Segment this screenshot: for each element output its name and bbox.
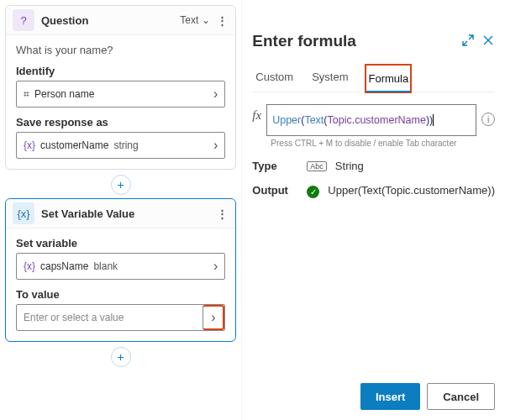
question-node[interactable]: ? Question Text ⌄ ⋮ What is your name? I…: [5, 5, 236, 170]
formula-token: customerName: [355, 113, 426, 128]
to-value-expand-button[interactable]: ›: [203, 305, 224, 330]
insert-button[interactable]: Insert: [360, 383, 420, 410]
variable-icon: {x}: [13, 202, 34, 224]
tab-custom[interactable]: Custom: [254, 64, 295, 92]
fx-icon: fx: [252, 104, 261, 123]
chevron-down-icon[interactable]: ⌄: [202, 14, 210, 26]
formula-input[interactable]: Upper(Text(Topic.customerName)): [266, 104, 476, 136]
output-label: Output: [252, 184, 298, 197]
set-variable-label: Set variable: [16, 237, 225, 249]
text-cursor: [433, 114, 434, 126]
variable-name: capsName: [40, 260, 88, 272]
set-variable-field[interactable]: {x} capsName blank ›: [16, 253, 225, 280]
to-value-label: To value: [16, 288, 225, 301]
string-type-icon: Abc: [307, 161, 327, 171]
set-variable-node[interactable]: {x} Set Variable Value ⋮ Set variable {x…: [5, 198, 236, 342]
identify-field[interactable]: ⌗ Person name ›: [16, 81, 225, 108]
output-value: Upper(Text(Topic.customerName)): [328, 184, 495, 197]
more-icon[interactable]: ⋮: [217, 14, 229, 27]
info-icon[interactable]: i: [481, 113, 495, 126]
save-response-label: Save response as: [16, 116, 225, 129]
tab-formula[interactable]: Formula: [365, 64, 412, 93]
to-value-field[interactable]: Enter or select a value ›: [16, 304, 225, 331]
save-response-field[interactable]: {x} customerName string ›: [16, 132, 225, 159]
formula-hint: Press CTRL + M to disable / enable Tab c…: [271, 139, 495, 148]
variable-icon: {x}: [24, 260, 35, 272]
formula-token: Upper: [272, 113, 301, 128]
chevron-right-icon: ›: [213, 87, 218, 102]
panel-title: Enter formula: [252, 32, 455, 50]
variable-state: blank: [93, 260, 118, 272]
identify-value: Person name: [34, 88, 94, 100]
question-icon: ?: [13, 9, 34, 31]
chevron-right-icon: ›: [213, 138, 218, 153]
variable-name: customerName: [40, 139, 108, 151]
variable-icon: {x}: [24, 139, 35, 151]
type-value: String: [335, 160, 364, 172]
node-title: Set Variable Value: [41, 207, 210, 220]
formula-token: Text: [304, 113, 324, 128]
type-label: Type: [252, 160, 298, 172]
identify-label: Identify: [16, 65, 225, 77]
variable-type: string: [113, 139, 138, 151]
formula-tabs: Custom System Formula: [252, 64, 495, 92]
add-node-button[interactable]: +: [111, 175, 131, 195]
close-icon[interactable]: [481, 34, 495, 50]
success-icon: ✓: [307, 186, 319, 198]
formula-token: Topic: [327, 113, 351, 128]
tab-system[interactable]: System: [310, 64, 350, 92]
more-icon[interactable]: ⋮: [217, 207, 229, 220]
chevron-right-icon: ›: [213, 259, 218, 274]
question-prompt: What is your name?: [16, 44, 225, 56]
node-title: Question: [41, 14, 173, 27]
question-type[interactable]: Text: [180, 14, 198, 26]
expand-icon[interactable]: [461, 34, 475, 50]
cancel-button[interactable]: Cancel: [427, 383, 495, 410]
entity-icon: ⌗: [24, 88, 29, 100]
to-value-placeholder: Enter or select a value: [24, 312, 124, 323]
add-node-button[interactable]: +: [111, 347, 131, 367]
